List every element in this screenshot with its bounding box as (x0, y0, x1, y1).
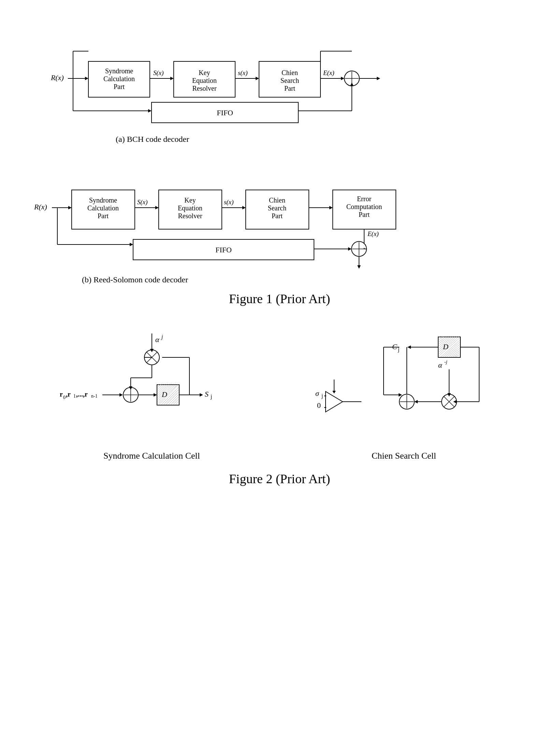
svg-marker-37 (68, 206, 72, 209)
svg-text:n-1: n-1 (91, 394, 98, 399)
svg-text:Key: Key (184, 196, 196, 204)
svg-text:,...,r: ,...,r (76, 390, 88, 398)
svg-line-102 (173, 399, 178, 404)
diagram-b-svg: R(x) Syndrome Calculation Part S(x) Key … (27, 158, 539, 273)
svg-marker-26 (377, 77, 380, 80)
svg-text:j: j (161, 334, 163, 340)
svg-text:j: j (321, 393, 323, 399)
svg-text:E(x): E(x) (367, 230, 379, 238)
svg-text:Computation: Computation (346, 203, 382, 211)
svg-text:Part: Part (272, 212, 283, 220)
figure2-diagrams: r 0 ,r 1 ,...,r n-1 (27, 323, 532, 461)
svg-marker-66 (348, 247, 352, 251)
svg-text:Part: Part (98, 212, 109, 220)
svg-text:α: α (438, 361, 442, 369)
diagram-a-svg: R(x) Syndrome Calculation Part S(x) Key … (41, 31, 518, 133)
svg-text:r: r (60, 390, 63, 398)
svg-text:Equation: Equation (192, 77, 217, 85)
svg-marker-57 (329, 206, 333, 209)
chien-cell-label: Chien Search Cell (305, 451, 503, 461)
svg-marker-21 (341, 77, 344, 80)
svg-text:Key: Key (199, 69, 210, 77)
svg-text:Equation: Equation (178, 204, 202, 212)
svg-text:D: D (161, 390, 167, 399)
svg-text:Search: Search (281, 77, 299, 84)
svg-marker-40 (130, 243, 133, 246)
svg-text:Error: Error (357, 195, 372, 203)
syndrome-cell-wrapper: r 0 ,r 1 ,...,r n-1 (56, 323, 247, 461)
svg-text:S(x): S(x) (153, 69, 164, 77)
svg-line-103 (176, 402, 178, 404)
svg-text:1: 1 (73, 394, 76, 399)
svg-text:S: S (205, 390, 209, 398)
svg-text:E(x): E(x) (323, 69, 334, 77)
page: { "figure1": { "title": "Figure 1 (Prior… (0, 0, 559, 756)
svg-marker-80 (119, 393, 123, 397)
svg-marker-84 (154, 393, 157, 397)
svg-text:s(x): s(x) (238, 69, 247, 77)
svg-marker-15 (256, 77, 259, 80)
svg-text:Calculation: Calculation (87, 204, 119, 212)
svg-text:0: 0 (317, 401, 321, 410)
svg-text:Syndrome: Syndrome (89, 196, 117, 204)
figure1-title: Figure 1 (Prior Art) (27, 291, 532, 306)
svg-text:Calculation: Calculation (103, 75, 135, 83)
svg-text:0: 0 (63, 395, 66, 400)
svg-text:s(x): s(x) (224, 198, 233, 206)
svg-marker-168 (332, 391, 336, 394)
diagram-a-container: R(x) Syndrome Calculation Part S(x) Key … (41, 31, 518, 144)
svg-marker-157 (414, 400, 418, 403)
svg-line-99 (166, 392, 178, 404)
svg-text:,r: ,r (66, 390, 71, 398)
syndrome-cell-label: Syndrome Calculation Cell (56, 451, 247, 461)
svg-text:S(x): S(x) (137, 198, 148, 206)
svg-marker-9 (170, 77, 174, 80)
svg-text:j: j (210, 394, 212, 400)
svg-text:Syndrome: Syndrome (105, 67, 133, 75)
svg-text:Chien: Chien (269, 196, 285, 204)
svg-text:FIFO: FIFO (215, 246, 232, 254)
svg-marker-1 (85, 77, 88, 80)
svg-marker-70 (357, 265, 361, 269)
svg-text:Resolver: Resolver (178, 212, 202, 220)
caption-a: (a) BCH code decoder (116, 135, 518, 144)
figure2-title: Figure 2 (Prior Art) (27, 471, 532, 486)
svg-text:D: D (443, 342, 448, 351)
svg-text:Part: Part (284, 85, 296, 92)
svg-text:R(x): R(x) (34, 203, 47, 211)
diagram-b-container: R(x) Syndrome Calculation Part S(x) Key … (27, 158, 539, 284)
svg-text:Resolver: Resolver (192, 85, 216, 92)
chien-cell-svg: D C j α -j (305, 323, 503, 446)
svg-text:σ: σ (315, 389, 319, 398)
svg-marker-45 (155, 206, 159, 209)
svg-text:Part: Part (359, 211, 370, 218)
svg-marker-106 (200, 393, 203, 397)
svg-text:Chien: Chien (282, 69, 298, 76)
svg-marker-4 (148, 109, 152, 113)
svg-line-138 (451, 351, 460, 357)
syndrome-cell-svg: r 0 ,r 1 ,...,r n-1 (56, 323, 247, 446)
figure2-container: r 0 ,r 1 ,...,r n-1 (27, 323, 532, 486)
svg-text:C: C (392, 342, 397, 351)
chien-cell-wrapper: D C j α -j (305, 323, 503, 461)
svg-marker-51 (242, 206, 246, 209)
svg-text:Part: Part (114, 83, 125, 90)
rx-label-a: R(x) (51, 73, 64, 82)
svg-text:α: α (155, 335, 159, 344)
caption-b: (b) Reed-Solomon code decoder (82, 275, 539, 284)
svg-text:Search: Search (268, 204, 286, 212)
mux-chien (326, 391, 343, 412)
svg-text:-j: -j (444, 359, 447, 365)
svg-text:FIFO: FIFO (217, 108, 233, 117)
